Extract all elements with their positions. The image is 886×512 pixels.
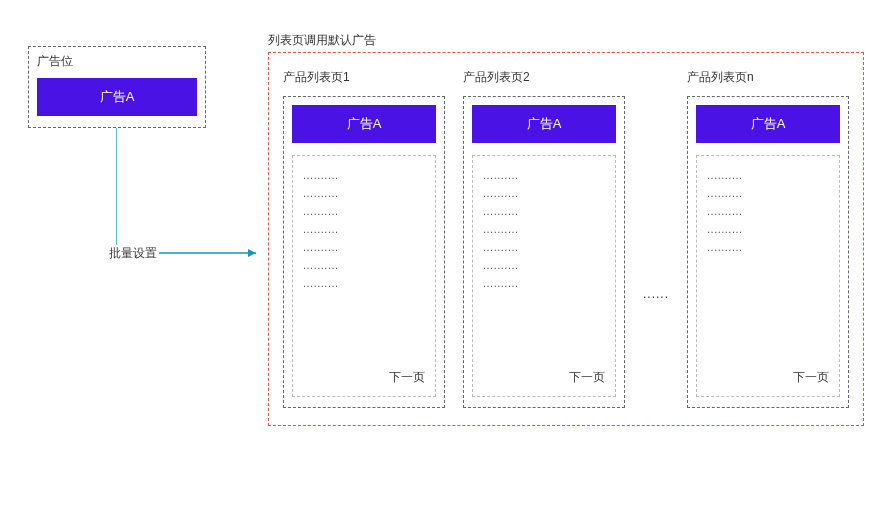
page-title: 产品列表页1: [283, 69, 445, 86]
list-row-placeholder: ..........: [707, 238, 829, 256]
list-row-placeholder: ..........: [303, 256, 425, 274]
list-row-placeholder: ..........: [483, 184, 605, 202]
next-page-link[interactable]: 下一页: [707, 369, 829, 386]
page-box: 广告A ....................................…: [687, 96, 849, 408]
list-row-placeholder: ..........: [707, 166, 829, 184]
list-row-placeholder: ..........: [303, 220, 425, 238]
list-rows: ........................................…: [483, 166, 605, 369]
list-body: ........................................…: [292, 155, 436, 397]
ad-block-source: 广告A: [37, 78, 197, 116]
list-row-placeholder: ..........: [707, 220, 829, 238]
ad-block: 广告A: [472, 105, 616, 143]
ad-slot-box: 广告位 广告A: [28, 46, 206, 128]
list-row-placeholder: ..........: [483, 166, 605, 184]
page-box: 广告A ....................................…: [463, 96, 625, 408]
list-row-placeholder: ..........: [303, 274, 425, 292]
ad-block: 广告A: [696, 105, 840, 143]
next-page-link[interactable]: 下一页: [483, 369, 605, 386]
list-rows: ........................................…: [707, 166, 829, 369]
list-body: ........................................…: [696, 155, 840, 397]
list-row-placeholder: ..........: [303, 238, 425, 256]
page-title: 产品列表页2: [463, 69, 625, 86]
product-list-page-2: 产品列表页2 广告A .............................…: [463, 69, 625, 408]
page-box: 广告A ....................................…: [283, 96, 445, 408]
list-row-placeholder: ..........: [303, 202, 425, 220]
page-title: 产品列表页n: [687, 69, 849, 86]
list-row-placeholder: ..........: [483, 202, 605, 220]
product-list-page-n: 产品列表页n 广告A .............................…: [687, 69, 849, 408]
list-row-placeholder: ..........: [483, 238, 605, 256]
ellipsis-between-pages: ......: [643, 287, 669, 301]
ad-block: 广告A: [292, 105, 436, 143]
list-row-placeholder: ..........: [303, 166, 425, 184]
list-pages-container: 产品列表页1 广告A .............................…: [268, 52, 864, 426]
ad-slot-title: 广告位: [37, 53, 197, 70]
list-row-placeholder: ..........: [483, 256, 605, 274]
list-row-placeholder: ..........: [303, 184, 425, 202]
list-row-placeholder: ..........: [707, 184, 829, 202]
list-row-placeholder: ..........: [707, 202, 829, 220]
list-body: ........................................…: [472, 155, 616, 397]
product-list-page-1: 产品列表页1 广告A .............................…: [283, 69, 445, 408]
list-row-placeholder: ..........: [483, 220, 605, 238]
list-rows: ........................................…: [303, 166, 425, 369]
next-page-link[interactable]: 下一页: [303, 369, 425, 386]
container-title: 列表页调用默认广告: [268, 32, 376, 49]
batch-setting-label: 批量设置: [107, 245, 159, 262]
list-row-placeholder: ..........: [483, 274, 605, 292]
